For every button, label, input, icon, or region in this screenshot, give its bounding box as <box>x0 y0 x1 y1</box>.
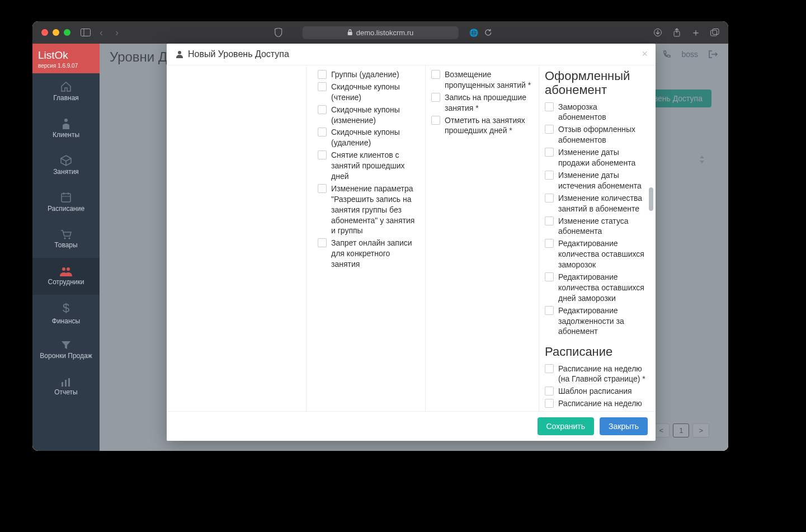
save-button[interactable]: Сохранить <box>538 417 595 435</box>
checkbox-input[interactable] <box>545 194 554 203</box>
permission-checkbox[interactable]: Отметить на занятиях прошедших дней * <box>431 115 533 136</box>
checkbox-input[interactable] <box>318 128 327 136</box>
checkbox-input[interactable] <box>318 105 327 114</box>
permission-checkbox[interactable]: Редактирование количества оставшихся дне… <box>545 272 647 304</box>
permission-checkbox[interactable]: Скидочные купоны (чтение) <box>318 82 420 103</box>
browser-window: ‹ › demo.listokcrm.ru 🌐 <box>32 21 728 451</box>
minimize-window-icon[interactable] <box>53 29 59 36</box>
close-window-icon[interactable] <box>41 29 48 36</box>
permission-checkbox[interactable]: Шаблон расписания <box>545 386 647 397</box>
permission-checkbox[interactable]: Редактирование задолженности за абонемен… <box>545 305 647 337</box>
checkbox-input[interactable] <box>545 102 554 111</box>
checkbox-input[interactable] <box>545 387 554 396</box>
checkbox-input[interactable] <box>318 82 327 91</box>
share-icon[interactable] <box>672 28 681 37</box>
permission-checkbox[interactable]: Занятия в расписании (изменение) * <box>545 411 647 411</box>
checkbox-input[interactable] <box>318 150 327 159</box>
scrollbar-thumb[interactable] <box>649 187 653 211</box>
back-button[interactable]: ‹ <box>96 26 106 40</box>
close-button[interactable]: Закрыть <box>600 417 648 435</box>
permission-checkbox[interactable]: Снятие клиентов с занятий прошедших дней <box>318 150 420 182</box>
sidebar-item-reports[interactable]: Отчеты <box>32 369 100 406</box>
checkbox-input[interactable] <box>318 184 327 193</box>
chart-icon <box>60 378 72 387</box>
sidebar-item-sessions[interactable]: Занятия <box>32 147 100 184</box>
checkbox-label: Заморозка абонементов <box>558 102 647 123</box>
checkbox-label: Изменение статуса абонемента <box>558 216 647 237</box>
permission-checkbox[interactable]: Изменение количества занятий в абонемент… <box>545 193 647 214</box>
permission-checkbox[interactable]: Изменение статуса абонемента <box>545 216 647 237</box>
sidebar-item-finance[interactable]: $ Финансы <box>32 295 100 332</box>
cart-icon <box>60 229 72 239</box>
checkbox-label: Изменение даты продажи абонемента <box>558 147 647 168</box>
checkbox-label: Отзыв оформленных абонементов <box>558 124 647 145</box>
permission-checkbox[interactable]: Расписание на неделю (на Главной страниц… <box>545 364 647 385</box>
window-controls <box>41 29 70 36</box>
brand: ListOk версия 1.6.9.07 <box>32 44 100 73</box>
checkbox-input[interactable] <box>545 399 554 408</box>
checkbox-label: Запрет онлайн записи для конкретного зан… <box>331 238 420 270</box>
brand-version: версия 1.6.9.07 <box>38 63 94 69</box>
permission-checkbox[interactable]: Группы (удаление) <box>318 69 420 80</box>
checkbox-input[interactable] <box>545 364 554 373</box>
checkbox-input[interactable] <box>318 70 327 79</box>
box-icon <box>60 155 72 166</box>
permission-checkbox[interactable]: Отзыв оформленных абонементов <box>545 124 647 145</box>
sidebar-item-label: Финансы <box>52 318 80 325</box>
checkbox-label: Редактирование количества оставшихся зам… <box>558 238 647 270</box>
permission-checkbox[interactable]: Скидочные купоны (изменение) <box>318 105 420 126</box>
sidebar-item-staff[interactable]: Сотрудники <box>32 258 100 295</box>
checkbox-input[interactable] <box>431 70 440 79</box>
permission-checkbox[interactable]: Редактирование количества оставшихся зам… <box>545 238 647 270</box>
svg-rect-18 <box>68 378 70 387</box>
brand-name: ListOk <box>38 49 94 62</box>
modal-left-column <box>167 65 307 411</box>
modal-close-icon[interactable]: × <box>642 48 648 60</box>
checkbox-input[interactable] <box>545 125 554 134</box>
forward-button[interactable]: › <box>112 26 122 40</box>
sidebar-item-clients[interactable]: Клиенты <box>32 110 100 147</box>
permission-checkbox[interactable]: Расписание на неделю <box>545 398 647 409</box>
permission-checkbox[interactable]: Запрет онлайн записи для конкретного зан… <box>318 238 420 270</box>
maximize-window-icon[interactable] <box>64 29 70 36</box>
svg-rect-8 <box>62 194 70 202</box>
app-frame: ListOk версия 1.6.9.07 Главная Клиенты З… <box>32 44 728 451</box>
svg-rect-6 <box>713 29 719 35</box>
section-title-schedule: Расписание <box>545 345 647 359</box>
new-tab-icon[interactable]: ＋ <box>691 28 700 37</box>
modal-footer: Сохранить Закрыть <box>167 411 656 441</box>
checkbox-input[interactable] <box>545 306 554 315</box>
home-icon <box>60 81 72 92</box>
permission-checkbox[interactable]: Изменение параметра "Разрешить запись на… <box>318 183 420 236</box>
sidebar-item-funnels[interactable]: Воронки Продаж <box>32 332 100 369</box>
checkbox-input[interactable] <box>545 148 554 157</box>
checkbox-label: Занятия в расписании (изменение) * <box>558 411 647 411</box>
checkbox-input[interactable] <box>545 171 554 180</box>
reload-icon[interactable] <box>484 29 492 37</box>
checkbox-input[interactable] <box>431 93 440 102</box>
translate-icon[interactable]: 🌐 <box>469 29 478 37</box>
sidebar: ListOk версия 1.6.9.07 Главная Клиенты З… <box>32 44 100 451</box>
permission-checkbox[interactable]: Возмещение пропущенных занятий * <box>431 69 533 91</box>
sidebar-toggle-icon[interactable] <box>81 29 91 36</box>
permission-checkbox[interactable]: Скидочные купоны (удаление) <box>318 127 420 148</box>
checkbox-input[interactable] <box>545 272 554 281</box>
sidebar-item-goods[interactable]: Товары <box>32 221 100 258</box>
permission-checkbox[interactable]: Изменение даты истечения абонемента <box>545 170 647 191</box>
sidebar-item-home[interactable]: Главная <box>32 73 100 110</box>
checkbox-input[interactable] <box>431 116 440 125</box>
checkbox-label: Редактирование количества оставшихся дне… <box>558 272 647 304</box>
sidebar-item-label: Занятия <box>53 168 79 176</box>
permission-checkbox[interactable]: Изменение даты продажи абонемента <box>545 147 647 168</box>
tabs-icon[interactable] <box>710 28 719 37</box>
sidebar-item-schedule[interactable]: Расписание <box>32 184 100 221</box>
permission-checkbox[interactable]: Запись на прошедшие занятия * <box>431 92 533 114</box>
checkbox-input[interactable] <box>318 238 327 247</box>
sidebar-item-label: Расписание <box>48 205 84 213</box>
downloads-icon[interactable] <box>653 28 662 37</box>
svg-point-12 <box>64 238 66 239</box>
checkbox-input[interactable] <box>545 239 554 248</box>
address-bar[interactable]: demo.listokcrm.ru 🌐 <box>303 26 459 39</box>
permission-checkbox[interactable]: Заморозка абонементов <box>545 102 647 123</box>
checkbox-input[interactable] <box>545 216 554 225</box>
